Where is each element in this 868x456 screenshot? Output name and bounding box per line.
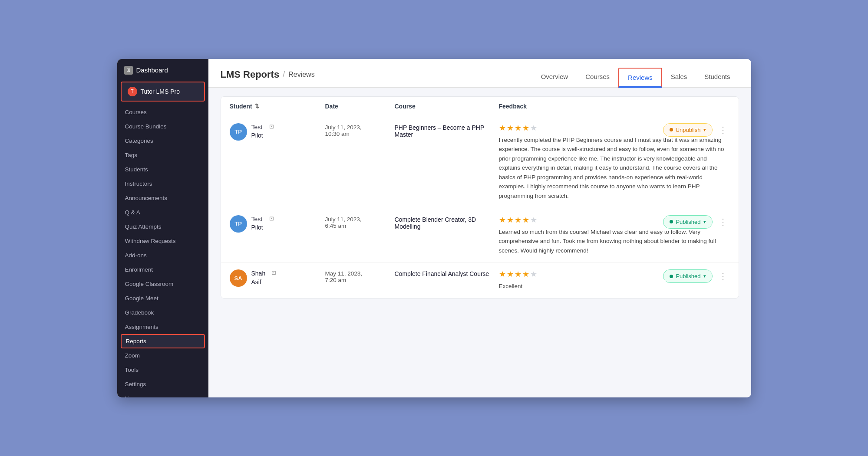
- date-cell: May 11, 2023, 7:20 am: [325, 269, 395, 283]
- sidebar-item-instructors[interactable]: Instructors: [117, 177, 208, 191]
- main-content: LMS Reports / Reviews OverviewCoursesRev…: [208, 59, 751, 397]
- sidebar-item-quiz-attempts[interactable]: Quiz Attempts: [117, 220, 208, 234]
- sidebar-item-withdraw-requests[interactable]: Withdraw Requests: [117, 234, 208, 248]
- more-options-button[interactable]: ⋮: [716, 217, 730, 227]
- tab-overview[interactable]: Overview: [532, 68, 577, 88]
- external-link-icon[interactable]: ⊡: [271, 269, 276, 276]
- dashboard-icon: ⊞: [124, 66, 133, 75]
- star-3: ★: [515, 123, 521, 133]
- student-name: TestPilot: [251, 123, 263, 140]
- column-student: Student ⇅: [230, 103, 325, 110]
- star-5: ★: [530, 215, 537, 225]
- chevron-down-icon: ▾: [703, 273, 706, 279]
- sidebar-tutor-lms[interactable]: T Tutor LMS Pro: [121, 82, 205, 102]
- sidebar-item-zoom[interactable]: Zoom: [117, 348, 208, 363]
- feedback-text: I recently completed the PHP Beginners c…: [499, 135, 725, 201]
- feedback-cell: ★★★★★ I recently completed the PHP Begin…: [499, 123, 730, 201]
- date-cell: July 11, 2023, 6:45 am: [325, 215, 395, 229]
- tutor-icon: T: [128, 87, 137, 96]
- sidebar-item-add-ons[interactable]: Add-ons: [117, 248, 208, 262]
- sidebar-item-google-classroom[interactable]: Google Classroom: [117, 277, 208, 291]
- unpublish-button[interactable]: Unpublish ▾: [663, 123, 713, 137]
- avatar: TP: [230, 123, 247, 141]
- feedback-text: Excellent: [499, 282, 725, 291]
- tab-students[interactable]: Students: [696, 68, 739, 88]
- avatar: SA: [230, 269, 247, 287]
- more-options-button[interactable]: ⋮: [716, 125, 730, 135]
- star-5: ★: [530, 269, 537, 279]
- sidebar-item-reports[interactable]: Reports: [121, 334, 205, 348]
- status-label: Unpublish: [676, 127, 701, 133]
- star-1: ★: [499, 215, 506, 225]
- sidebar-item-enrollment[interactable]: Enrollment: [117, 262, 208, 277]
- feedback-actions: Unpublish ▾ ⋮: [663, 123, 730, 137]
- breadcrumb: LMS Reports / Reviews: [221, 69, 315, 87]
- sidebar-item-google-meet[interactable]: Google Meet: [117, 291, 208, 305]
- star-4: ★: [522, 215, 529, 225]
- chevron-down-icon: ▾: [703, 219, 706, 225]
- course-cell: Complete Financial Analyst Course: [395, 269, 499, 277]
- course-cell: PHP Beginners – Become a PHP Master: [395, 123, 499, 138]
- sidebar-item-courses[interactable]: Courses: [117, 105, 208, 119]
- table-row: TP TestPilot ⊡ July 11, 2023, 10:30 am P…: [221, 116, 739, 208]
- table-row: TP TestPilot ⊡ July 11, 2023, 6:45 am Co…: [221, 208, 739, 263]
- date-line1: May 11, 2023,: [325, 270, 363, 277]
- external-link-icon[interactable]: ⊡: [269, 215, 274, 222]
- tab-courses[interactable]: Courses: [577, 68, 618, 88]
- student-cell: TP TestPilot ⊡: [230, 123, 325, 141]
- student-cell: SA ShahAsif ⊡: [230, 269, 325, 287]
- feedback-actions: Published ▾ ⋮: [663, 215, 729, 229]
- column-date: Date: [325, 103, 395, 110]
- table-row: SA ShahAsif ⊡ May 11, 2023, 7:20 am Comp…: [221, 262, 739, 298]
- star-2: ★: [507, 123, 514, 133]
- date-line2: 6:45 am: [325, 223, 347, 229]
- published-button[interactable]: Published ▾: [663, 215, 712, 229]
- sidebar-dashboard[interactable]: ⊞ Dashboard: [117, 59, 208, 82]
- sidebar-item-tags[interactable]: Tags: [117, 148, 208, 162]
- sidebar: ⊞ Dashboard T Tutor LMS Pro CoursesCours…: [117, 59, 208, 397]
- column-course: Course: [395, 103, 499, 110]
- star-4: ★: [522, 123, 529, 133]
- sidebar-item-qa[interactable]: Q & A: [117, 205, 208, 220]
- star-1: ★: [499, 269, 506, 279]
- star-3: ★: [515, 269, 521, 279]
- sidebar-item-course-bundles[interactable]: Course Bundles: [117, 119, 208, 134]
- status-dot: [670, 220, 673, 223]
- feedback-actions: Published ▾ ⋮: [663, 269, 729, 283]
- tab-reviews[interactable]: Reviews: [618, 68, 662, 88]
- star-4: ★: [522, 269, 529, 279]
- column-feedback: Feedback: [499, 103, 730, 110]
- star-1: ★: [499, 123, 506, 133]
- tab-sales[interactable]: Sales: [662, 68, 696, 88]
- star-5: ★: [530, 123, 537, 133]
- avatar: TP: [230, 215, 247, 233]
- page-title: LMS Reports: [221, 69, 280, 80]
- status-label: Published: [676, 219, 700, 225]
- breadcrumb-sub: Reviews: [288, 71, 314, 79]
- sort-icon[interactable]: ⇅: [254, 103, 259, 109]
- published-button[interactable]: Published ▾: [663, 269, 712, 283]
- date-cell: July 11, 2023, 10:30 am: [325, 123, 395, 137]
- more-options-button[interactable]: ⋮: [716, 271, 730, 282]
- external-link-icon[interactable]: ⊡: [269, 123, 274, 130]
- sidebar-item-tools[interactable]: Tools: [117, 363, 208, 377]
- sidebar-item-categories[interactable]: Categories: [117, 134, 208, 148]
- sidebar-item-students[interactable]: Students: [117, 162, 208, 177]
- date-line1: July 11, 2023,: [325, 124, 362, 131]
- sidebar-item-license[interactable]: License: [117, 391, 208, 397]
- sidebar-item-gradebook[interactable]: Gradebook: [117, 305, 208, 320]
- chevron-down-icon: ▾: [703, 127, 706, 133]
- star-2: ★: [507, 269, 514, 279]
- breadcrumb-separator: /: [283, 70, 285, 79]
- reviews-table: Student ⇅ Date Course Feedback TP TestPi…: [221, 96, 739, 299]
- student-cell: TP TestPilot ⊡: [230, 215, 325, 233]
- sidebar-item-assignments[interactable]: Assignments: [117, 320, 208, 334]
- table-header: Student ⇅ Date Course Feedback: [221, 97, 739, 116]
- star-3: ★: [515, 215, 521, 225]
- header-tabs: OverviewCoursesReviewsSalesStudents: [532, 68, 739, 87]
- feedback-cell: ★★★★★ Excellent Published ▾ ⋮: [499, 269, 730, 291]
- feedback-text: Learned so much from this course! Michae…: [499, 227, 725, 256]
- sidebar-item-announcements[interactable]: Announcements: [117, 191, 208, 205]
- date-line2: 10:30 am: [325, 131, 350, 137]
- sidebar-item-settings[interactable]: Settings: [117, 377, 208, 391]
